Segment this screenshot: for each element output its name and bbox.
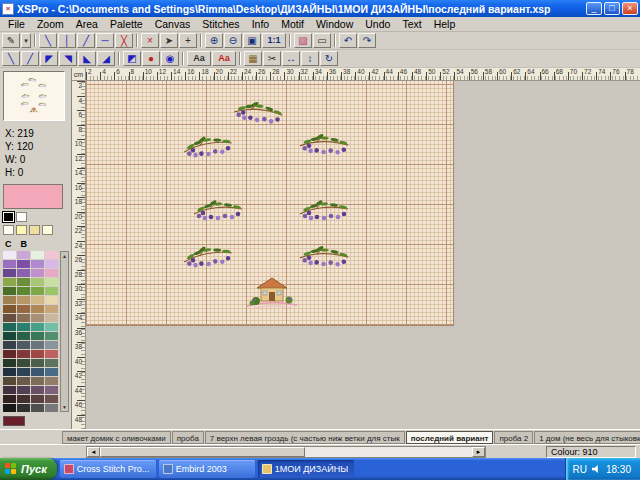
bottom-color-swatch[interactable]	[3, 416, 25, 426]
full-cross-stitch-tool[interactable]: ×	[141, 33, 159, 48]
palette-swatch[interactable]	[31, 296, 44, 304]
stitch-grid-canvas[interactable]	[86, 81, 454, 326]
maximize-button[interactable]: □	[604, 2, 620, 15]
palette-swatch[interactable]	[45, 251, 58, 259]
palette-swatch[interactable]	[17, 269, 30, 277]
palette-swatch[interactable]	[3, 377, 16, 385]
palette-swatch[interactable]	[31, 305, 44, 313]
palette-swatch[interactable]	[3, 251, 16, 259]
palette-swatch[interactable]	[45, 305, 58, 313]
language-indicator[interactable]: RU	[573, 464, 587, 475]
bead-tool[interactable]: ◉	[161, 51, 179, 66]
text-latin-tool[interactable]: Aa	[187, 51, 211, 66]
palette-swatch[interactable]	[45, 314, 58, 322]
palette-swatch[interactable]	[17, 368, 30, 376]
zoom-100-tool[interactable]: 1:1	[262, 33, 286, 48]
scrollbar-thumb[interactable]	[100, 447, 305, 457]
half-stitch-up-tool[interactable]: ╱	[21, 51, 39, 66]
zoom-out-tool[interactable]: ⊖	[224, 33, 242, 48]
palette-swatch[interactable]	[17, 359, 30, 367]
palette-swatch[interactable]	[3, 395, 16, 403]
menu-text[interactable]: Text	[396, 17, 427, 31]
palette-swatch[interactable]	[31, 287, 44, 295]
palette-swatch[interactable]	[3, 314, 16, 322]
palette-swatch[interactable]	[17, 296, 30, 304]
palette-swatch[interactable]	[45, 404, 58, 412]
taskbar-task[interactable]: Cross Stitch Pro...	[60, 460, 156, 478]
palette-editor-tool[interactable]: ▦	[244, 51, 262, 66]
palette-swatch[interactable]	[17, 350, 30, 358]
design-tab[interactable]: 7 верхн левая гроздь (с частью ниж ветки…	[205, 431, 405, 444]
palette-scroll-up-icon[interactable]: ▲	[62, 253, 67, 259]
palette-swatch[interactable]	[31, 332, 44, 340]
palette-swatch[interactable]	[3, 341, 16, 349]
half-stitch-down-tool[interactable]: ╲	[2, 51, 20, 66]
design-preview[interactable]	[3, 71, 65, 121]
palette-scroll-down-icon[interactable]: ▼	[62, 404, 67, 410]
palette-swatch[interactable]	[17, 332, 30, 340]
select-tool[interactable]: ➤	[160, 33, 178, 48]
design-tab[interactable]: проба 2	[494, 431, 533, 444]
palette-swatch[interactable]	[45, 341, 58, 349]
taskbar-task[interactable]: 1МОИ ДИЗАЙНЫ	[258, 460, 354, 478]
palette-swatch[interactable]	[17, 251, 30, 259]
text-cyrillic-tool[interactable]: Аа	[212, 51, 236, 66]
palette-swatch[interactable]	[17, 386, 30, 394]
palette-swatch[interactable]	[45, 332, 58, 340]
zoom-fit-tool[interactable]: ▣	[243, 33, 261, 48]
rotate-tool[interactable]: ↻	[320, 51, 338, 66]
palette-swatch[interactable]	[17, 287, 30, 295]
palette-swatch[interactable]	[45, 395, 58, 403]
palette-swatch[interactable]	[3, 260, 16, 268]
palette-swatch[interactable]	[31, 386, 44, 394]
move-tool[interactable]: +	[179, 33, 197, 48]
palette-swatch[interactable]	[31, 269, 44, 277]
pencil-tool[interactable]: ✎	[2, 33, 20, 48]
design-tab[interactable]: последний вариант	[406, 431, 494, 444]
palette-swatch[interactable]	[17, 341, 30, 349]
quarter-stitch-tr-tool[interactable]: ◥	[59, 51, 77, 66]
palette-swatch[interactable]	[31, 350, 44, 358]
palette-swatch[interactable]	[31, 359, 44, 367]
redo-button[interactable]: ↷	[358, 33, 376, 48]
backstitch-cross-tool[interactable]: ╳	[115, 33, 133, 48]
palette-swatch[interactable]	[17, 314, 30, 322]
palette-swatch[interactable]	[31, 323, 44, 331]
quick-swatch[interactable]	[3, 225, 14, 235]
quick-swatch[interactable]	[16, 212, 27, 222]
palette-swatch[interactable]	[3, 278, 16, 286]
menu-area[interactable]: Area	[70, 17, 104, 31]
quick-swatch[interactable]	[16, 225, 27, 235]
palette-swatch[interactable]	[31, 251, 44, 259]
taskbar-task[interactable]: Embird 2003	[159, 460, 255, 478]
eraser-tool[interactable]: ▭	[313, 33, 331, 48]
palette-swatch[interactable]	[31, 314, 44, 322]
palette-swatch[interactable]	[17, 395, 30, 403]
menu-palette[interactable]: Palette	[104, 17, 149, 31]
palette-swatch[interactable]	[17, 305, 30, 313]
palette-swatch[interactable]	[31, 368, 44, 376]
scrollbar-track[interactable]	[100, 447, 472, 457]
palette-swatch[interactable]	[17, 278, 30, 286]
menu-zoom[interactable]: Zoom	[31, 17, 70, 31]
cut-tool[interactable]: ✂	[263, 51, 281, 66]
palette-swatch[interactable]	[31, 278, 44, 286]
palette-swatch[interactable]	[31, 341, 44, 349]
palette-swatch[interactable]	[45, 278, 58, 286]
pencil-mode-dropdown[interactable]: ▾	[21, 33, 31, 48]
palette-swatch[interactable]	[31, 395, 44, 403]
palette-swatch[interactable]	[3, 287, 16, 295]
start-button[interactable]: Пуск	[0, 458, 57, 480]
menu-motif[interactable]: Motif	[275, 17, 310, 31]
minimize-button[interactable]: _	[586, 2, 602, 15]
three-quarter-stitch-tool[interactable]: ◩	[123, 51, 141, 66]
quarter-stitch-tl-tool[interactable]: ◤	[40, 51, 58, 66]
backstitch-vertical-tool[interactable]: │	[58, 33, 76, 48]
palette-swatch[interactable]	[3, 359, 16, 367]
flood-fill-tool[interactable]: ▨	[294, 33, 312, 48]
menu-info[interactable]: Info	[246, 17, 276, 31]
menu-window[interactable]: Window	[310, 17, 359, 31]
menu-stitches[interactable]: Stitches	[196, 17, 245, 31]
horizontal-scrollbar[interactable]: ◄ ►	[86, 446, 486, 458]
french-knot-tool[interactable]: ●	[142, 51, 160, 66]
